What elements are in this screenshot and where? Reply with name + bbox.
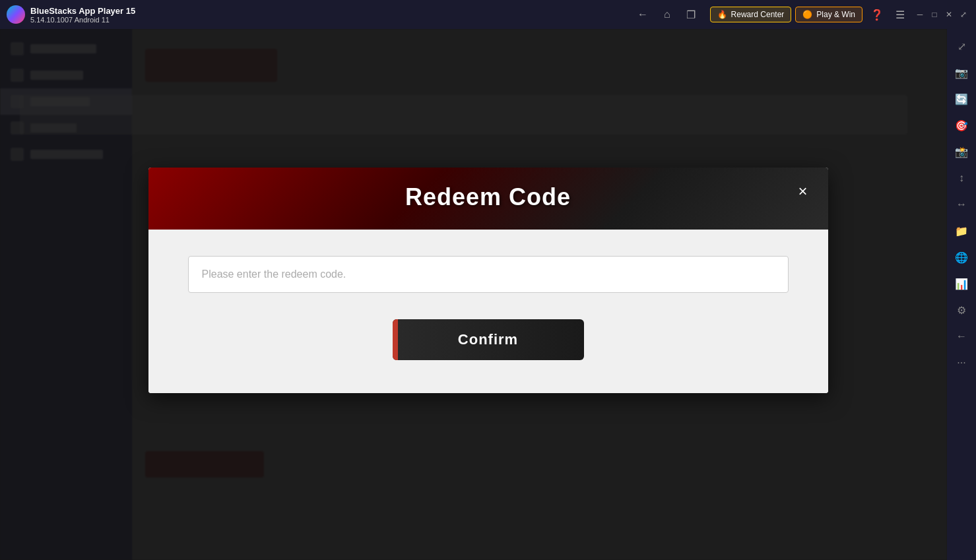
sidebar-folder-icon[interactable]: 📁 [950, 219, 973, 243]
maximize-button[interactable]: □ [928, 9, 940, 20]
nav-multi-button[interactable]: ❐ [682, 6, 699, 24]
sidebar-settings-icon[interactable]: ⚙ [950, 298, 973, 322]
sidebar-camera-icon[interactable]: 📷 [950, 61, 973, 84]
confirm-button[interactable]: Confirm [393, 319, 584, 360]
app-logo [7, 5, 25, 24]
expand-button[interactable]: ⤢ [958, 9, 969, 20]
window-controls: ─ □ ✕ ⤢ [914, 9, 969, 20]
sidebar-screenshot-icon[interactable]: 📸 [950, 140, 973, 164]
sidebar-target-icon[interactable]: 🎯 [950, 113, 973, 137]
sidebar-back-icon[interactable]: ← [950, 325, 973, 348]
sidebar-refresh-icon[interactable]: 🔄 [950, 87, 973, 111]
sidebar-globe-icon[interactable]: 🌐 [950, 245, 973, 269]
title-bar: BlueStacks App Player 15 5.14.10.1007 An… [0, 0, 976, 29]
sidebar-horizontal-icon[interactable]: ↔ [950, 193, 973, 216]
redeem-code-input[interactable] [188, 256, 789, 293]
dialog-title: Redeem Code [405, 183, 571, 211]
minimize-button[interactable]: ─ [914, 9, 926, 20]
redeem-dialog: Redeem Code × Confirm [148, 168, 828, 393]
play-win-icon: 🟠 [802, 10, 812, 19]
reward-center-label: Reward Center [731, 10, 785, 19]
right-sidebar: ⤢ 📷 🔄 🎯 📸 ↕ ↔ 📁 🌐 📊 ⚙ ← ··· [947, 29, 976, 560]
dialog-close-button[interactable]: × [791, 179, 815, 203]
reward-center-button[interactable]: 🔥 Reward Center [710, 7, 792, 22]
app-info: BlueStacks App Player 15 5.14.10.1007 An… [30, 6, 634, 24]
nav-back-button[interactable]: ← [634, 6, 652, 23]
nav-home-button[interactable]: ⌂ [660, 6, 674, 23]
dialog-header: Redeem Code × [148, 168, 828, 230]
dialog-body: Confirm [148, 230, 828, 393]
sidebar-expand-icon[interactable]: ⤢ [950, 34, 973, 58]
sidebar-chart-icon[interactable]: 📊 [950, 272, 973, 296]
confirm-button-label: Confirm [458, 331, 518, 348]
app-version: 5.14.10.1007 Android 11 [30, 16, 634, 24]
help-icon[interactable]: ❓ [866, 6, 888, 24]
app-name: BlueStacks App Player 15 [30, 6, 634, 16]
hamburger-icon[interactable]: ☰ [892, 6, 909, 24]
reward-center-icon: 🔥 [717, 10, 727, 19]
sidebar-vertical-icon[interactable]: ↕ [950, 166, 973, 190]
confirm-button-accent [393, 319, 398, 360]
nav-controls: ← ⌂ ❐ [634, 6, 699, 24]
play-win-label: Play & Win [816, 10, 855, 19]
close-button[interactable]: ✕ [943, 9, 955, 20]
title-actions: 🔥 Reward Center 🟠 Play & Win ❓ ☰ [710, 6, 909, 24]
sidebar-more-icon[interactable]: ··· [950, 351, 973, 375]
play-win-button[interactable]: 🟠 Play & Win [795, 7, 862, 22]
